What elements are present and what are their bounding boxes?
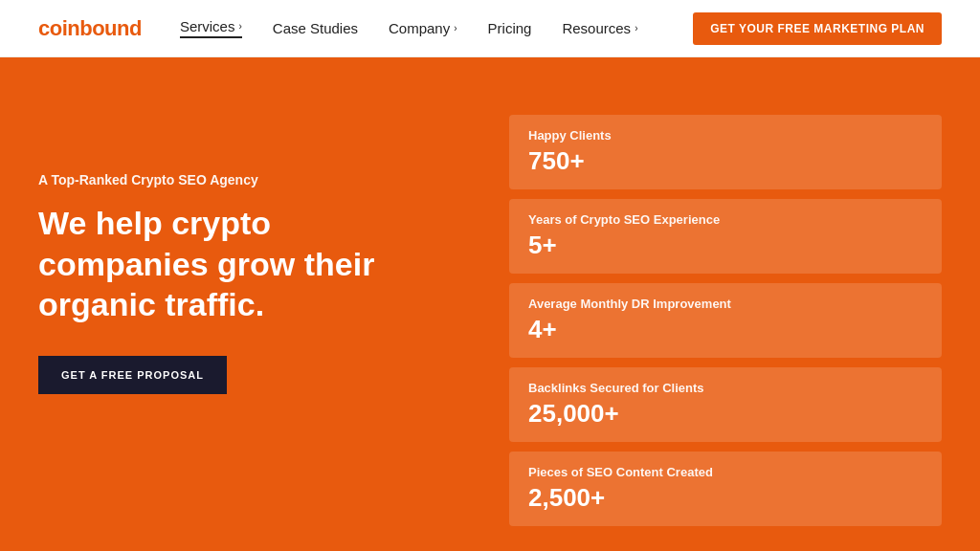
hero-cta-button[interactable]: GET A FREE PROPOSAL xyxy=(38,356,227,394)
stat-card: Years of Crypto SEO Experience 5+ xyxy=(509,199,942,274)
nav-item-pricing[interactable]: Pricing xyxy=(488,20,532,36)
brand-logo[interactable]: coinbound xyxy=(38,16,142,41)
stat-card: Pieces of SEO Content Created 2,500+ xyxy=(509,452,942,526)
hero-left: A Top-Ranked Crypto SEO Agency We help c… xyxy=(38,115,509,394)
nav-item-resources[interactable]: Resources › xyxy=(562,20,637,36)
stat-value: 5+ xyxy=(528,231,923,260)
stat-value: 25,000+ xyxy=(528,399,923,429)
stat-card: Happy Clients 750+ xyxy=(509,115,942,189)
stat-value: 2,500+ xyxy=(528,483,923,513)
stat-value: 4+ xyxy=(528,315,923,344)
nav-item-company[interactable]: Company › xyxy=(389,20,457,36)
navbar: coinbound Services › Case Studies Compan… xyxy=(0,0,980,57)
stat-label: Pieces of SEO Content Created xyxy=(528,465,923,479)
stat-label: Average Monthly DR Improvement xyxy=(528,297,923,311)
chevron-down-icon: › xyxy=(238,21,241,32)
nav-pricing-label: Pricing xyxy=(488,20,532,36)
nav-links: Services › Case Studies Company › Pricin… xyxy=(180,18,693,38)
nav-item-services[interactable]: Services › xyxy=(180,18,242,38)
stat-card: Backlinks Secured for Clients 25,000+ xyxy=(509,367,942,442)
chevron-down-icon: › xyxy=(635,23,637,33)
stat-label: Backlinks Secured for Clients xyxy=(528,381,923,395)
brand-name: coinbound xyxy=(38,16,142,40)
nav-resources-label: Resources xyxy=(562,20,631,36)
stat-label: Happy Clients xyxy=(528,128,923,143)
nav-company-label: Company xyxy=(389,20,450,36)
hero-section: A Top-Ranked Crypto SEO Agency We help c… xyxy=(0,57,980,551)
chevron-down-icon: › xyxy=(454,23,457,33)
nav-services-label: Services xyxy=(180,18,235,34)
stat-label: Years of Crypto SEO Experience xyxy=(528,212,923,227)
hero-tagline: A Top-Ranked Crypto SEO Agency xyxy=(38,172,471,187)
stat-card: Average Monthly DR Improvement 4+ xyxy=(509,283,942,358)
nav-cta-button[interactable]: GET YOUR FREE MARKETING PLAN xyxy=(693,12,942,45)
nav-item-case-studies[interactable]: Case Studies xyxy=(273,20,358,36)
nav-case-studies-label: Case Studies xyxy=(273,20,358,36)
stat-value: 750+ xyxy=(528,146,923,176)
hero-stats: Happy Clients 750+ Years of Crypto SEO E… xyxy=(509,115,942,526)
hero-title: We help crypto companies grow their orga… xyxy=(38,203,402,325)
